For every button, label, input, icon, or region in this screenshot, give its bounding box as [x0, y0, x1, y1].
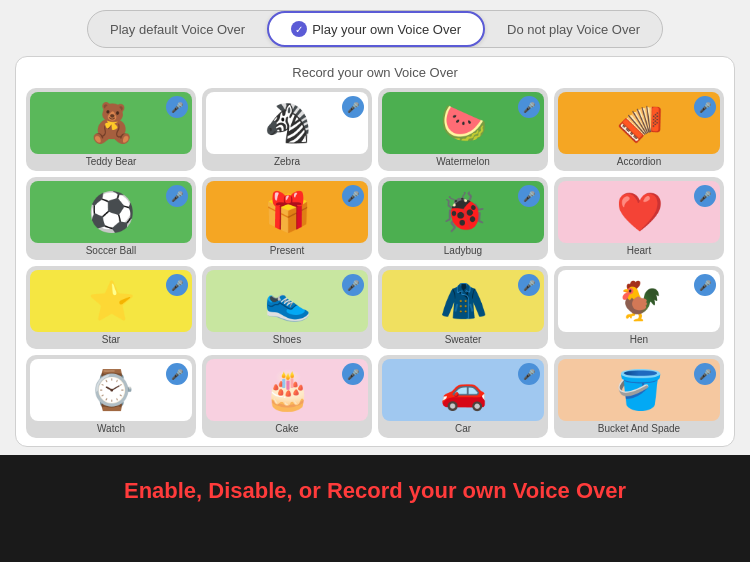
card-label-9: Star: [102, 334, 120, 345]
card-label-10: Shoes: [273, 334, 301, 345]
item-card-15: 🚗🎤Car: [378, 355, 548, 438]
mic-button-10[interactable]: 🎤: [342, 274, 364, 296]
item-card-12: 🐓🎤Hen: [554, 266, 724, 349]
card-label-13: Watch: [97, 423, 125, 434]
card-image-area-10: 👟🎤: [206, 270, 368, 332]
card-image-area-12: 🐓🎤: [558, 270, 720, 332]
card-label-1: Teddy Bear: [86, 156, 137, 167]
card-label-14: Cake: [275, 423, 298, 434]
item-card-7: 🐞🎤Ladybug: [378, 177, 548, 260]
item-card-13: ⌚🎤Watch: [26, 355, 196, 438]
items-grid: 🧸🎤Teddy Bear🦓🎤Zebra🍉🎤Watermelon🪗🎤Accordi…: [26, 88, 724, 438]
card-image-area-13: ⌚🎤: [30, 359, 192, 421]
mic-button-3[interactable]: 🎤: [518, 96, 540, 118]
card-label-11: Sweater: [445, 334, 482, 345]
card-label-15: Car: [455, 423, 471, 434]
card-label-5: Soccer Ball: [86, 245, 137, 256]
item-card-11: 🧥🎤Sweater: [378, 266, 548, 349]
mic-button-7[interactable]: 🎤: [518, 185, 540, 207]
tab-default-label: Play default Voice Over: [110, 22, 245, 37]
mic-button-13[interactable]: 🎤: [166, 363, 188, 385]
item-card-5: ⚽🎤Soccer Ball: [26, 177, 196, 260]
card-image-area-9: ⭐🎤: [30, 270, 192, 332]
item-card-1: 🧸🎤Teddy Bear: [26, 88, 196, 171]
tab-own-label: Play your own Voice Over: [312, 22, 461, 37]
mic-button-2[interactable]: 🎤: [342, 96, 364, 118]
card-label-12: Hen: [630, 334, 648, 345]
item-card-10: 👟🎤Shoes: [202, 266, 372, 349]
card-image-area-11: 🧥🎤: [382, 270, 544, 332]
mic-button-14[interactable]: 🎤: [342, 363, 364, 385]
item-card-16: 🪣🎤Bucket And Spade: [554, 355, 724, 438]
mic-button-6[interactable]: 🎤: [342, 185, 364, 207]
card-label-6: Present: [270, 245, 304, 256]
check-icon: ✓: [291, 21, 307, 37]
tab-none-label: Do not play Voice Over: [507, 22, 640, 37]
card-image-area-1: 🧸🎤: [30, 92, 192, 154]
mic-button-11[interactable]: 🎤: [518, 274, 540, 296]
mic-button-9[interactable]: 🎤: [166, 274, 188, 296]
item-card-9: ⭐🎤Star: [26, 266, 196, 349]
item-card-8: ❤️🎤Heart: [554, 177, 724, 260]
card-label-16: Bucket And Spade: [598, 423, 680, 434]
tab-bar: Play default Voice Over ✓ Play your own …: [87, 10, 663, 48]
tab-own[interactable]: ✓ Play your own Voice Over: [267, 11, 485, 47]
card-image-area-14: 🎂🎤: [206, 359, 368, 421]
top-section: Play default Voice Over ✓ Play your own …: [0, 0, 750, 56]
card-image-area-8: ❤️🎤: [558, 181, 720, 243]
item-card-2: 🦓🎤Zebra: [202, 88, 372, 171]
item-card-6: 🎁🎤Present: [202, 177, 372, 260]
item-card-3: 🍉🎤Watermelon: [378, 88, 548, 171]
tab-default[interactable]: Play default Voice Over: [88, 14, 267, 45]
card-image-area-7: 🐞🎤: [382, 181, 544, 243]
tab-none[interactable]: Do not play Voice Over: [485, 14, 662, 45]
mic-button-15[interactable]: 🎤: [518, 363, 540, 385]
item-card-4: 🪗🎤Accordion: [554, 88, 724, 171]
bottom-bar: Enable, Disable, or Record your own Voic…: [0, 455, 750, 527]
mic-button-16[interactable]: 🎤: [694, 363, 716, 385]
mic-button-1[interactable]: 🎤: [166, 96, 188, 118]
card-image-area-6: 🎁🎤: [206, 181, 368, 243]
card-image-area-16: 🪣🎤: [558, 359, 720, 421]
mic-button-4[interactable]: 🎤: [694, 96, 716, 118]
card-label-4: Accordion: [617, 156, 661, 167]
card-label-2: Zebra: [274, 156, 300, 167]
bottom-text: Enable, Disable, or Record your own Voic…: [124, 478, 626, 504]
item-card-14: 🎂🎤Cake: [202, 355, 372, 438]
card-image-area-2: 🦓🎤: [206, 92, 368, 154]
record-title: Record your own Voice Over: [26, 65, 724, 80]
card-label-3: Watermelon: [436, 156, 490, 167]
mic-button-5[interactable]: 🎤: [166, 185, 188, 207]
record-container: Record your own Voice Over 🧸🎤Teddy Bear🦓…: [15, 56, 735, 447]
card-image-area-5: ⚽🎤: [30, 181, 192, 243]
card-image-area-4: 🪗🎤: [558, 92, 720, 154]
mic-button-12[interactable]: 🎤: [694, 274, 716, 296]
card-image-area-15: 🚗🎤: [382, 359, 544, 421]
mic-button-8[interactable]: 🎤: [694, 185, 716, 207]
card-label-8: Heart: [627, 245, 651, 256]
main-content: Record your own Voice Over 🧸🎤Teddy Bear🦓…: [0, 56, 750, 455]
card-label-7: Ladybug: [444, 245, 482, 256]
card-image-area-3: 🍉🎤: [382, 92, 544, 154]
